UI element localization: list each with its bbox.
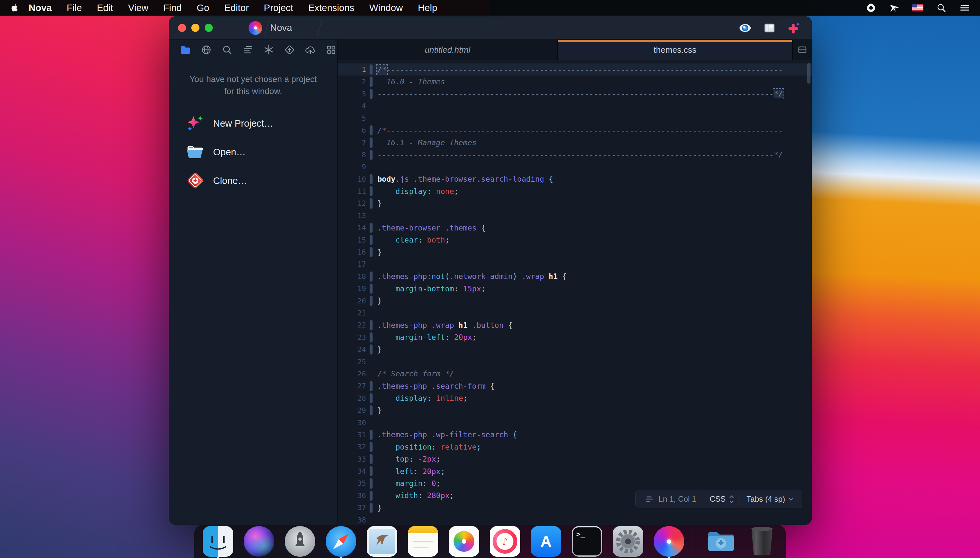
code-text[interactable]: margin-left: 20px;: [378, 333, 477, 341]
close-button[interactable]: [178, 24, 186, 32]
fold-indicator[interactable]: [366, 502, 378, 514]
fold-indicator[interactable]: [366, 319, 378, 331]
fold-indicator[interactable]: [366, 295, 378, 307]
zoom-button[interactable]: [205, 24, 213, 32]
code-text[interactable]: .themes-php .search-form {: [378, 382, 494, 391]
action-newproject[interactable]: New Project…: [169, 109, 337, 138]
sidebar-tool-files-icon[interactable]: [180, 44, 191, 56]
spotlight-search-icon[interactable]: [936, 2, 947, 13]
action-open[interactable]: Open…: [169, 138, 337, 166]
fold-indicator[interactable]: [366, 246, 378, 258]
menu-item-help[interactable]: Help: [410, 3, 445, 13]
fold-indicator[interactable]: [366, 124, 378, 136]
code-text[interactable]: 16.1 - Manage Themes: [378, 138, 477, 147]
code-text[interactable]: clear: both;: [378, 236, 450, 244]
dock-music-icon[interactable]: ♪: [490, 526, 520, 557]
avast-icon[interactable]: [865, 2, 877, 13]
code-text[interactable]: ----------------------------------------…: [378, 90, 783, 98]
code-text[interactable]: display: inline;: [378, 394, 468, 402]
menu-item-edit[interactable]: Edit: [90, 3, 121, 13]
action-clone[interactable]: Clone…: [169, 166, 337, 195]
fold-indicator[interactable]: [366, 136, 378, 148]
menu-item-extensions[interactable]: Extensions: [301, 3, 362, 13]
fold-indicator[interactable]: [366, 392, 378, 404]
code-text[interactable]: ----------------------------------------…: [378, 150, 783, 159]
code-editor[interactable]: 1/*-------------------------------------…: [338, 60, 812, 525]
fold-indicator[interactable]: [366, 380, 378, 392]
dock-siri-icon[interactable]: [244, 526, 274, 557]
sidebar-tool-publish-icon[interactable]: [304, 44, 316, 56]
split-editor-icon[interactable]: [797, 44, 808, 56]
us-flag-input-icon[interactable]: [912, 2, 923, 13]
fold-indicator[interactable]: [366, 149, 378, 161]
scrollbar-thumb[interactable]: [807, 63, 810, 84]
fold-indicator[interactable]: [366, 64, 378, 75]
fold-indicator[interactable]: [366, 222, 378, 234]
fold-indicator[interactable]: [366, 282, 378, 295]
fold-indicator[interactable]: [366, 75, 378, 88]
sidebar-tool-search-icon[interactable]: [221, 44, 233, 56]
fold-indicator[interactable]: [366, 234, 378, 246]
code-text[interactable]: 16.0 - Themes: [378, 77, 445, 86]
code-text[interactable]: position: relative;: [378, 443, 481, 451]
code-text[interactable]: }: [378, 504, 382, 512]
dock-launchpad-icon[interactable]: [285, 526, 315, 557]
apple-menu-icon[interactable]: [10, 2, 20, 13]
minimize-button[interactable]: [191, 24, 200, 32]
code-text[interactable]: /*--------------------------------------…: [378, 126, 783, 135]
dock-downloads-icon[interactable]: [706, 526, 736, 557]
sidebar-tool-symbols-icon[interactable]: [242, 44, 254, 56]
code-text[interactable]: body.js .theme-browser.search-loading {: [378, 175, 553, 183]
tab-width-selector[interactable]: Tabs (4 sp): [739, 493, 799, 505]
code-text[interactable]: left: 20px;: [378, 467, 445, 476]
dock-photos-icon[interactable]: [449, 526, 479, 557]
pointer-tool-icon[interactable]: [889, 2, 900, 13]
menu-item-app[interactable]: Nova: [24, 3, 59, 13]
menu-item-view[interactable]: View: [121, 3, 156, 13]
fold-indicator[interactable]: [366, 477, 378, 489]
code-text[interactable]: margin: 0;: [378, 479, 440, 488]
code-text[interactable]: .themes-php:not(.network-admin) .wrap h1…: [378, 272, 567, 281]
fold-indicator[interactable]: [366, 490, 378, 502]
code-text[interactable]: }: [378, 406, 382, 415]
dock-trash-icon[interactable]: [747, 526, 777, 557]
fold-indicator[interactable]: [366, 185, 378, 197]
menu-item-file[interactable]: File: [59, 3, 90, 13]
fold-indicator[interactable]: [366, 173, 378, 185]
dock-nova-icon[interactable]: [654, 526, 684, 557]
fold-indicator[interactable]: [366, 332, 378, 343]
cursor-position-segment[interactable]: Ln 1, Col 1: [638, 493, 703, 505]
dock-finder-icon[interactable]: [203, 526, 233, 557]
fold-indicator[interactable]: [366, 88, 378, 100]
fold-indicator[interactable]: [366, 197, 378, 209]
menu-item-go[interactable]: Go: [189, 3, 217, 13]
sidebar-tool-extensions-icon[interactable]: [326, 44, 337, 56]
code-text[interactable]: .theme-browser .themes {: [378, 224, 486, 232]
code-text[interactable]: }: [378, 297, 382, 305]
new-sparkle-icon[interactable]: [787, 21, 801, 35]
fold-indicator[interactable]: [366, 343, 378, 356]
dock-safari-icon[interactable]: [326, 526, 356, 557]
menu-item-editor[interactable]: Editor: [217, 3, 256, 13]
fold-indicator[interactable]: [366, 465, 378, 477]
menu-item-find[interactable]: Find: [156, 3, 189, 13]
dock-notes-icon[interactable]: [408, 526, 438, 557]
code-text[interactable]: width: 280px;: [378, 491, 454, 500]
preview-eye-icon[interactable]: [738, 21, 752, 35]
code-text[interactable]: .themes-php .wrap h1 .button {: [378, 321, 513, 330]
code-text[interactable]: display: none;: [378, 187, 458, 196]
sidebar-tool-remote-icon[interactable]: [200, 44, 212, 56]
fold-indicator[interactable]: [366, 453, 378, 465]
code-text[interactable]: margin-bottom: 15px;: [378, 284, 486, 293]
fold-indicator[interactable]: [366, 441, 378, 453]
dock-system-preferences-icon[interactable]: [613, 526, 643, 557]
code-text[interactable]: /* Search form */: [378, 369, 454, 378]
tab-untitled.html[interactable]: untitled.html: [338, 40, 558, 60]
menu-item-window[interactable]: Window: [362, 3, 410, 13]
dock-mail-icon[interactable]: [367, 526, 397, 557]
menu-item-project[interactable]: Project: [256, 3, 301, 13]
code-text[interactable]: top: -2px;: [378, 455, 440, 463]
fold-indicator[interactable]: [366, 404, 378, 416]
fold-indicator[interactable]: [366, 429, 378, 441]
fold-indicator[interactable]: [366, 271, 378, 282]
